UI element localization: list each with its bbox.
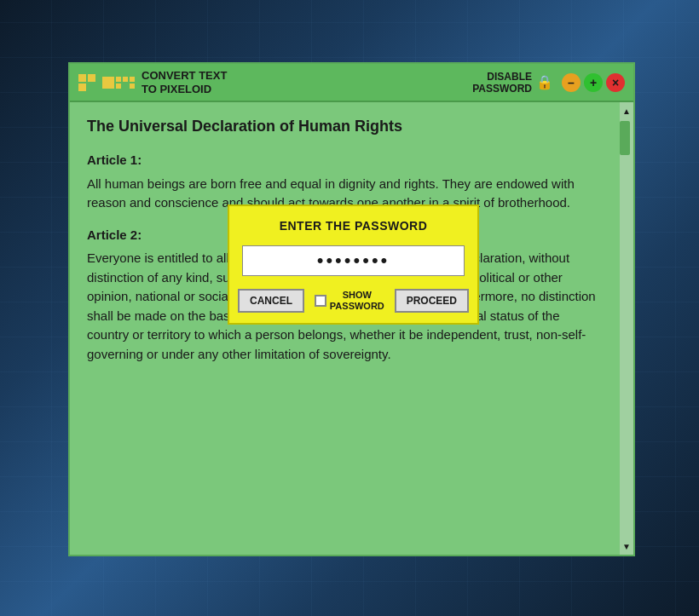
logo-dot [123,77,128,82]
logo-group-2 [102,77,135,89]
logo-pixel-large [102,77,114,89]
logo-icon [78,74,95,91]
logo-dot [123,83,128,89]
window-controls: – + × [562,73,625,92]
logo-pixel [78,83,86,91]
title-bar-right: DISABLE PASSWORD 🔒 – + × [472,71,625,95]
dialog-buttons: CANCEL SHOWPASSWORD PROCEED [229,285,477,323]
title-bar-left: CONVERT TEXT TO PIXELOID [78,69,227,95]
logo-pixel [88,74,95,82]
minimize-button[interactable]: – [562,73,581,92]
logo-pixel [78,74,86,82]
disable-password-button[interactable]: DISABLE PASSWORD 🔒 [472,71,553,95]
show-password-checkbox[interactable] [315,295,326,307]
logo-dot [130,83,135,89]
show-password-label[interactable]: SHOWPASSWORD [315,290,384,312]
app-title: CONVERT TEXT TO PIXELOID [142,69,227,95]
title-bar: CONVERT TEXT TO PIXELOID DISABLE PASSWOR… [70,64,633,102]
maximize-button[interactable]: + [584,73,603,92]
proceed-button[interactable]: PROCEED [395,289,469,313]
close-button[interactable]: × [606,73,625,92]
logo-dot [116,83,121,89]
content-area: The Universal Declaration of Human Right… [70,102,633,555]
show-password-text: SHOWPASSWORD [330,290,384,312]
cancel-button[interactable]: CANCEL [238,289,304,313]
password-input[interactable] [242,245,465,276]
logo-dot [130,77,135,82]
logo-pixel [88,83,95,91]
password-dialog: ENTER THE PASSWORD CANCEL SHOWPASSWORD P… [228,204,479,325]
app-window: CONVERT TEXT TO PIXELOID DISABLE PASSWOR… [68,62,635,556]
password-input-row [229,241,477,285]
dialog-title: ENTER THE PASSWORD [229,206,477,241]
logo-dots [116,77,135,89]
logo-dot [116,77,121,82]
dialog-overlay: ENTER THE PASSWORD CANCEL SHOWPASSWORD P… [70,102,633,555]
lock-icon: 🔒 [536,74,553,90]
